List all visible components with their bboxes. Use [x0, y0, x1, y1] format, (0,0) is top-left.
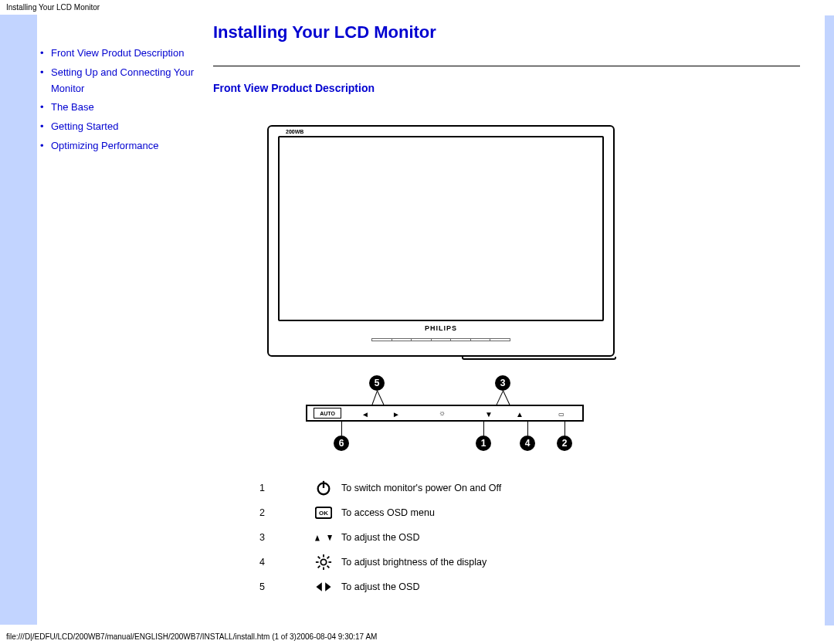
philips-logo: PHILIPS	[425, 324, 457, 332]
sidebar-nav: • Front View Produt Description • Settin…	[37, 15, 213, 625]
callout-2: 2	[557, 436, 572, 451]
sidebar-item-optimizing[interactable]: • Optimizing Performance	[40, 138, 207, 154]
leader-line	[497, 391, 503, 405]
monitor-button-strip	[371, 338, 510, 341]
bullet-icon: •	[40, 119, 51, 135]
svg-line-12	[327, 566, 330, 568]
sidebar-link[interactable]: Optimizing Performance	[51, 138, 158, 154]
legend-desc: To adjust the OSD	[341, 581, 811, 592]
sidebar-link[interactable]: The Base	[51, 100, 94, 116]
right-arrow-icon: ►	[392, 410, 400, 419]
leftright-arrows-icon	[306, 578, 341, 595]
page-title: Installing Your LCD Monitor	[213, 22, 811, 42]
bullet-icon: •	[40, 65, 51, 81]
svg-line-11	[318, 557, 320, 559]
bullet-icon: •	[40, 100, 51, 116]
leader-line	[341, 422, 342, 436]
monitor-base	[462, 357, 616, 360]
brightness-icon: ☼	[439, 408, 446, 417]
power-icon	[306, 480, 341, 497]
leader-line	[377, 391, 384, 405]
footer-file-path: file:///D|/EDFU/LCD/200WB7/manual/ENGLIS…	[6, 632, 377, 641]
left-arrow-icon: ◄	[361, 410, 369, 419]
main-content: Installing Your LCD Monitor Front View P…	[213, 15, 834, 625]
sidebar-item-getting-started[interactable]: • Getting Started	[40, 119, 207, 135]
callout-4: 4	[520, 436, 535, 451]
callout-1: 1	[476, 436, 491, 451]
legend-row: 2 OK To access OSD menu	[259, 500, 811, 525]
updown-arrows-icon	[306, 529, 341, 546]
leader-line	[527, 422, 528, 436]
sidebar-item-setting-up[interactable]: • Setting Up and Connecting Your Monitor	[40, 65, 207, 97]
sidebar-item-the-base[interactable]: • The Base	[40, 100, 207, 116]
monitor-model-label: 200WB	[286, 129, 303, 134]
svg-line-13	[318, 566, 320, 568]
svg-text:OK: OK	[319, 510, 328, 517]
monitor-front-figure: 200WB PHILIPS	[267, 125, 811, 360]
ok-icon: OK	[306, 504, 341, 521]
legend-row: 4 To adjust brightness of the display	[259, 550, 811, 575]
monitor-bezel: 200WB PHILIPS	[267, 125, 615, 357]
bullet-icon: •	[40, 46, 51, 62]
menu-icon: ▭	[558, 411, 564, 418]
svg-marker-5	[327, 535, 332, 541]
leader-line	[483, 422, 484, 436]
svg-point-6	[320, 559, 326, 564]
section-title: Front View Product Description	[213, 82, 811, 94]
bullet-icon: •	[40, 138, 51, 154]
auto-button-label: AUTO	[314, 408, 341, 419]
sidebar-link[interactable]: Front View Produt Description	[51, 46, 184, 62]
svg-line-14	[327, 557, 330, 559]
sidebar-link[interactable]: Setting Up and Connecting Your Monitor	[51, 65, 207, 97]
down-arrow-icon: ▼	[485, 410, 493, 419]
button-callout-figure: 5 3 6 1 4 2 AUTO ◄ ► ☼ ▼ ▲ ▭	[306, 375, 584, 452]
legend-desc: To adjust the OSD	[341, 532, 811, 543]
legend-table: 1 To switch monitor's power On and Off 2…	[259, 476, 811, 599]
legend-number: 3	[259, 532, 306, 543]
callout-6: 6	[334, 436, 349, 451]
button-bar: AUTO ◄ ► ☼ ▼ ▲ ▭	[306, 405, 584, 422]
page-header-path: Installing Your LCD Monitor	[0, 0, 834, 15]
legend-number: 4	[259, 557, 306, 568]
right-accent-bar	[825, 15, 834, 625]
left-accent-bar	[0, 15, 37, 625]
sidebar-link[interactable]: Getting Started	[51, 119, 118, 135]
page-wrapper: • Front View Produt Description • Settin…	[0, 15, 834, 625]
svg-marker-15	[316, 582, 321, 591]
legend-row: 3 To adjust the OSD	[259, 525, 811, 550]
legend-desc: To adjust brightness of the display	[341, 557, 811, 568]
legend-row: 5 To adjust the OSD	[259, 575, 811, 599]
legend-row: 1 To switch monitor's power On and Off	[259, 476, 811, 500]
brightness-icon	[306, 554, 341, 571]
legend-desc: To access OSD menu	[341, 507, 811, 518]
divider	[213, 66, 800, 66]
leader-line	[564, 422, 565, 436]
svg-marker-4	[315, 535, 320, 541]
svg-marker-16	[325, 582, 331, 591]
monitor-screen	[278, 136, 604, 321]
up-arrow-icon: ▲	[516, 410, 524, 419]
legend-number: 5	[259, 581, 306, 592]
legend-desc: To switch monitor's power On and Off	[341, 483, 811, 493]
callout-3: 3	[495, 375, 510, 391]
sidebar-item-front-view[interactable]: • Front View Produt Description	[40, 46, 207, 62]
callout-5: 5	[369, 375, 385, 391]
legend-number: 1	[259, 483, 306, 493]
leader-line	[371, 391, 378, 405]
leader-line	[503, 391, 510, 405]
legend-number: 2	[259, 507, 306, 518]
